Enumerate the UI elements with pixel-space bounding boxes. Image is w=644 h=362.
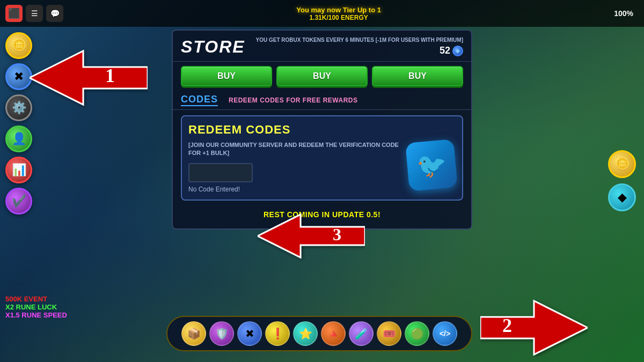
main-panel: STORE YOU GET ROBUX TOKENS EVERY 6 MINUT… bbox=[172, 29, 472, 230]
redeem-content: [JOIN OUR COMMUNITY SERVER AND REDEEM TH… bbox=[188, 141, 456, 193]
top-center: You may now Tier Up to 1 1.31K/100 ENERG… bbox=[63, 6, 614, 21]
sidebar-btn-gear[interactable]: ⚙️ bbox=[5, 94, 32, 121]
event-text: 500K EVENT X2 RUNE LUCK X1.5 RUNE SPEED bbox=[5, 295, 67, 319]
buy-button-1[interactable]: BUY bbox=[181, 66, 272, 86]
bottom-icon-code[interactable]: </> bbox=[433, 321, 457, 346]
redeem-box: REDEEM CODES [JOIN OUR COMMUNITY SERVER … bbox=[181, 115, 463, 201]
svg-text:1: 1 bbox=[105, 65, 115, 86]
codes-description: REDEEM CODES FOR FREE REWARDS bbox=[229, 97, 358, 104]
bottom-icon-exclaim[interactable]: ❗ bbox=[265, 321, 290, 346]
bottom-icon-bar: 📦 🛡️ ✖ ❗ ⭐ 🔺 🧪 🎟️ 🟢 </> bbox=[166, 316, 472, 351]
sidebar-btn-coin[interactable]: 🪙 bbox=[5, 32, 32, 59]
chat-icon[interactable]: 💬 bbox=[46, 5, 63, 22]
sidebar-btn-chart[interactable]: 📊 bbox=[5, 157, 32, 183]
svg-text:3: 3 bbox=[333, 225, 341, 244]
arrow-1: 1 bbox=[30, 46, 148, 112]
redeem-left: [JOIN OUR COMMUNITY SERVER AND REDEEM TH… bbox=[188, 141, 402, 193]
bottom-icon-package[interactable]: 📦 bbox=[181, 321, 206, 346]
token-icon: ◆ bbox=[452, 46, 463, 56]
bottom-icon-flask[interactable]: 🧪 bbox=[349, 321, 374, 346]
roblox-icon[interactable]: ⬛ bbox=[5, 5, 23, 22]
svg-marker-4 bbox=[258, 215, 365, 257]
sidebar-btn-person[interactable]: 👤 bbox=[5, 125, 32, 152]
token-count: 52 bbox=[440, 45, 450, 56]
bottom-icon-chevron[interactable]: 🔺 bbox=[321, 321, 346, 346]
buy-button-2[interactable]: BUY bbox=[276, 66, 368, 86]
menu-icon[interactable]: ☰ bbox=[26, 5, 43, 22]
bottom-icon-shield[interactable]: 🛡️ bbox=[209, 321, 234, 346]
bottom-icon-x[interactable]: ✖ bbox=[237, 321, 262, 346]
buy-button-3[interactable]: BUY bbox=[372, 66, 463, 86]
token-info-text: YOU GET ROBUX TOKENS EVERY 6 MINUTES [-1… bbox=[255, 37, 463, 43]
no-code-text: No Code Entered! bbox=[188, 186, 402, 193]
left-sidebar: 🪙 ✖ ⚙️ 👤 📊 ✔️ bbox=[5, 32, 32, 215]
tier-up-text: You may now Tier Up to 1 bbox=[63, 6, 614, 14]
progress-percent: 100% bbox=[614, 9, 639, 18]
arrow-3: 3 bbox=[258, 209, 365, 265]
store-header: STORE YOU GET ROBUX TOKENS EVERY 6 MINUT… bbox=[173, 31, 471, 62]
store-info: YOU GET ROBUX TOKENS EVERY 6 MINUTES [-1… bbox=[255, 37, 463, 56]
svg-text:2: 2 bbox=[502, 315, 512, 336]
store-title: STORE bbox=[181, 37, 245, 57]
event-line-3: X1.5 RUNE SPEED bbox=[5, 311, 67, 319]
bottom-icon-ticket[interactable]: 🎟️ bbox=[377, 321, 401, 346]
sidebar-btn-check[interactable]: ✔️ bbox=[5, 188, 32, 215]
top-bar: ⬛ ☰ 💬 You may now Tier Up to 1 1.31K/100… bbox=[0, 0, 644, 27]
code-input[interactable] bbox=[188, 163, 253, 182]
right-btn-diamond[interactable]: ◆ bbox=[608, 183, 636, 211]
store-tokens: 52 ◆ bbox=[255, 45, 463, 56]
right-btn-coin[interactable]: 🪙 bbox=[608, 150, 636, 178]
redeem-title: REDEEM CODES bbox=[188, 123, 456, 137]
codes-tabs: CODES REDEEM CODES FOR FREE REWARDS bbox=[173, 91, 471, 110]
redeem-desc: [JOIN OUR COMMUNITY SERVER AND REDEEM TH… bbox=[188, 141, 402, 158]
bottom-icon-star[interactable]: ⭐ bbox=[293, 321, 318, 346]
event-line-2: X2 RUNE LUCK bbox=[5, 303, 67, 311]
energy-text: 1.31K/100 ENERGY bbox=[63, 14, 614, 21]
codes-tab[interactable]: CODES bbox=[181, 94, 218, 106]
event-line-1: 500K EVENT bbox=[5, 295, 67, 303]
buy-row: BUY BUY BUY bbox=[173, 62, 471, 91]
svg-marker-2 bbox=[480, 301, 588, 354]
svg-marker-0 bbox=[30, 51, 148, 105]
top-left-icons: ⬛ ☰ 💬 bbox=[5, 5, 63, 22]
twitter-icon: 🐦 bbox=[405, 139, 458, 191]
redeem-input-row bbox=[188, 163, 402, 182]
right-sidebar: 🪙 ◆ bbox=[608, 150, 636, 211]
arrow-2: 2 bbox=[480, 298, 588, 359]
bottom-icon-circle[interactable]: 🟢 bbox=[405, 321, 429, 346]
sidebar-btn-cross[interactable]: ✖ bbox=[5, 63, 32, 90]
